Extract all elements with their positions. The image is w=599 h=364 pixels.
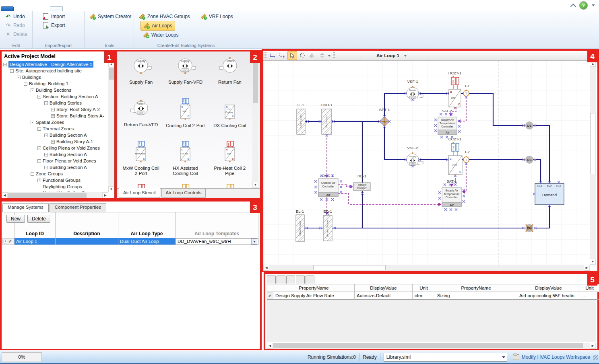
tree-expander-icon[interactable]: - — [31, 121, 34, 124]
tree-item[interactable]: - Building Stories — [2, 100, 108, 106]
ribbon-tab[interactable] — [63, 7, 75, 11]
scroll-right-icon[interactable]: ▶ — [590, 343, 596, 349]
tree-expander-icon[interactable]: - — [17, 76, 21, 79]
cell-loop-id[interactable]: Air Loop 1 — [14, 238, 56, 245]
delete-button[interactable]: Delete — [27, 215, 50, 223]
cell-display-value[interactable]: AirLoop cooling:55F heatin — [517, 292, 580, 300]
ribbon-tab[interactable] — [1, 6, 14, 11]
canvas-tool-button[interactable] — [337, 55, 343, 56]
tree-item[interactable]: - Buildings — [2, 74, 108, 80]
route-connector-icon[interactable] — [268, 51, 277, 60]
stencil-item[interactable]: CHW MxW coil C C MxW Cooling Coil 2-Port — [119, 138, 163, 180]
workspace-link[interactable]: Modify HVAC Loops Workspace — [522, 354, 590, 360]
flip-horizontal-icon[interactable] — [308, 51, 316, 60]
stencil-item[interactable]: Return VFD Return Fan-VFD — [119, 95, 163, 138]
tree-item[interactable]: - Site: Autogenerated building site — [2, 68, 108, 74]
tree-expander-icon[interactable]: - — [37, 127, 41, 131]
stencil-item[interactable]: Supply VFD Supply Fan-VFD — [163, 52, 207, 95]
dropdown-caret-icon[interactable] — [502, 356, 505, 358]
canvas-hscrollbar[interactable]: ◀ ▶ — [263, 265, 590, 271]
scroll-left-icon[interactable]: ◀ — [263, 265, 269, 271]
resize-grip[interactable] — [593, 355, 598, 360]
tree-expander-icon[interactable]: + — [51, 140, 55, 144]
cell-property-name[interactable]: Sizing — [435, 292, 517, 300]
vrf-loops-button[interactable]: VRF Loops — [198, 12, 235, 21]
redo-button[interactable]: ↷Redo — [2, 21, 30, 30]
tab-air-loop-controls[interactable]: Air Loop Controls — [161, 189, 206, 198]
tree-item[interactable]: + Story: Roof Story A-2 — [2, 106, 108, 113]
row-header[interactable]: ✎ — [267, 292, 273, 300]
ribbon-tab[interactable] — [38, 7, 50, 11]
ribbon-tab[interactable] — [87, 7, 99, 11]
tab-component-properties[interactable]: Component Properties — [50, 203, 106, 212]
air-loops-button[interactable]: Air Loops — [140, 21, 175, 31]
zone-hvac-groups-button[interactable]: Zone HVAC Groups — [136, 12, 192, 21]
scroll-left-icon[interactable]: ◀ — [267, 343, 273, 349]
flip-vertical-icon[interactable] — [317, 51, 326, 60]
delete-button[interactable]: ✕Delete — [2, 30, 30, 39]
row-header[interactable]: +✎ — [2, 238, 14, 245]
import-button[interactable]: Import — [40, 12, 67, 21]
stencil-item[interactable] — [208, 180, 252, 188]
tree-item[interactable]: - Thermal Zones — [2, 125, 108, 132]
tree-expander-icon[interactable]: - — [44, 101, 48, 105]
tree-expander-icon[interactable]: - — [10, 69, 14, 73]
column-header-air-loop-templates[interactable]: Air Loop Templates — [176, 212, 258, 238]
scroll-right-icon[interactable]: ▶ — [102, 192, 108, 198]
ribbon-tab[interactable] — [26, 7, 38, 11]
tree-expander-icon[interactable]: - — [3, 63, 7, 66]
ribbon-tab[interactable] — [111, 7, 123, 11]
loop-name-overflow-icon[interactable] — [404, 55, 407, 57]
column-header[interactable]: PropertyName — [273, 284, 355, 292]
properties-tab[interactable] — [286, 276, 295, 284]
lasso-tool-icon[interactable] — [298, 51, 307, 60]
tree-item[interactable]: - Zone Groups — [2, 171, 108, 177]
tree-item[interactable]: - Design Alternative - Design Alternativ… — [2, 61, 108, 68]
scroll-down-icon[interactable]: ▼ — [252, 182, 258, 188]
tree-item[interactable]: Daylighting Groups — [2, 183, 108, 190]
scroll-right-icon[interactable]: ▶ — [584, 265, 590, 271]
stencil-item[interactable]: CHW HX coil C C HX Assisted Cooling Coil — [163, 138, 207, 180]
tree-vscrollbar[interactable]: ▲ ▼ — [108, 61, 114, 192]
column-header[interactable]: PropertyName — [435, 284, 517, 292]
select-tool-icon[interactable] — [287, 51, 297, 60]
system-creator-button[interactable]: System Creator — [87, 12, 131, 21]
scroll-down-icon[interactable]: ▼ — [590, 259, 596, 265]
column-header-air-loop-type[interactable]: Air Loop Type — [118, 212, 176, 238]
tab-air-loop-stencil[interactable]: Air Loop Stencil — [119, 188, 160, 198]
cell-unit[interactable]: ... — [580, 292, 599, 300]
tree-expander-icon[interactable]: - — [31, 172, 34, 176]
scroll-left-icon[interactable]: ◀ — [2, 192, 8, 198]
canvas-tool-button[interactable] — [356, 55, 362, 56]
tree-item[interactable]: - Building Sections — [2, 87, 108, 93]
tree-expander-icon[interactable]: - — [31, 88, 34, 92]
tree-item[interactable]: - Building: Building 1 — [2, 80, 108, 87]
tree-hscrollbar[interactable]: ◀ ▶ — [2, 192, 108, 198]
diagram-canvas[interactable]: IL-1 Intake Louver OAD-1 OA Damper SPT-1… — [263, 61, 591, 265]
stencil-item[interactable]: DX Cooling C C DX Cooling Coil — [208, 95, 252, 138]
cell-description[interactable] — [56, 238, 118, 245]
tree-expander-icon[interactable]: - — [24, 82, 27, 86]
toolbar-overflow-icon[interactable] — [328, 55, 331, 57]
tree-expander-icon[interactable]: - — [37, 95, 41, 99]
tree-item[interactable]: - Building Section A — [2, 132, 108, 138]
new-button[interactable]: New — [6, 215, 25, 223]
water-loops-button[interactable]: Water Loops — [140, 31, 181, 39]
demand-box[interactable]: D-1 D-2 D-3 Demand — [535, 183, 564, 205]
tree-expander-icon[interactable]: + — [44, 166, 48, 169]
canvas-tool-button[interactable] — [343, 55, 349, 56]
tree-expander-icon[interactable]: + — [37, 179, 41, 182]
toolbar-grip[interactable] — [264, 52, 266, 59]
canvas-tool-button[interactable] — [362, 55, 369, 56]
tree-expander-icon[interactable]: - — [37, 146, 41, 150]
scroll-down-icon[interactable]: ▼ — [108, 186, 114, 192]
tree-item[interactable]: - Ceiling Plena or Void Zones — [2, 145, 108, 151]
column-header-loop-id[interactable]: New Delete Loop ID — [14, 212, 56, 238]
tree-item[interactable]: + Building Section A — [2, 151, 108, 158]
route-connector-alt-icon[interactable] — [278, 51, 287, 60]
stencil-item[interactable]: CHW coil C C Cooling Coil 2-Port — [163, 95, 207, 138]
properties-tab[interactable] — [277, 276, 285, 284]
template-dropdown[interactable]: DD_DVAVFan_wtrC_wtrH — [176, 238, 258, 245]
ribbon-tab[interactable] — [50, 6, 63, 11]
tree-item[interactable]: - Spatial Zones — [2, 119, 108, 125]
